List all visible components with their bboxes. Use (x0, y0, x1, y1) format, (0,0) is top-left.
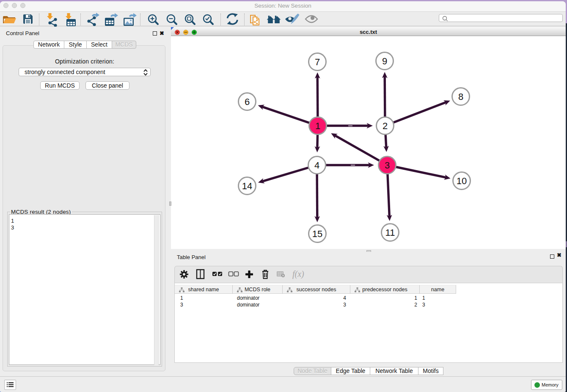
svg-text:15: 15 (312, 229, 322, 239)
svg-text:4: 4 (314, 160, 319, 171)
svg-text:1: 1 (315, 121, 320, 131)
svg-text:10: 10 (457, 176, 467, 186)
svg-text:f(x): f(x) (292, 269, 304, 279)
svg-text:9: 9 (382, 56, 387, 66)
svg-text:11: 11 (385, 227, 395, 238)
svg-text:6: 6 (245, 97, 250, 107)
svg-text:3: 3 (385, 160, 390, 171)
svg-text:7: 7 (315, 57, 320, 67)
svg-text:2: 2 (383, 121, 388, 131)
svg-text:14: 14 (242, 181, 252, 191)
svg-text:8: 8 (458, 91, 463, 102)
